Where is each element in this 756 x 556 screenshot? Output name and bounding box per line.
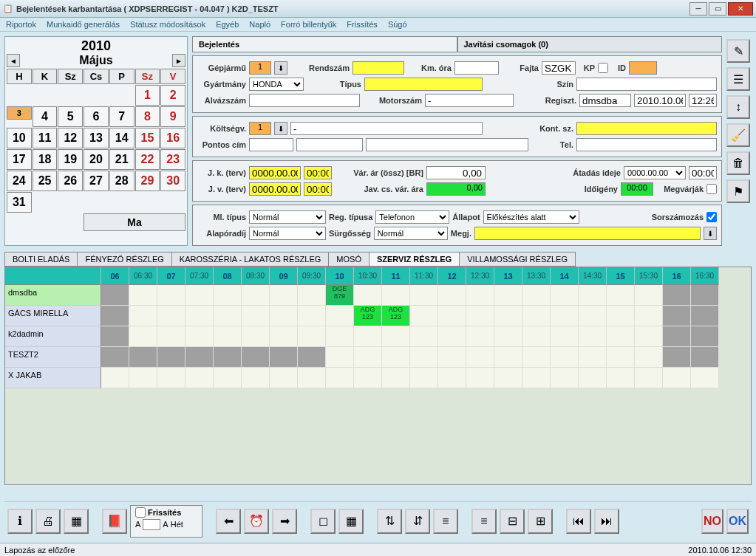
sched-cell[interactable] bbox=[101, 306, 129, 326]
sched-cell[interactable] bbox=[522, 285, 551, 306]
close-button[interactable]: ✕ bbox=[728, 2, 753, 16]
tab-csomagok[interactable]: Javítási csomagok (0) bbox=[457, 36, 723, 52]
flag-icon[interactable]: ⚑ bbox=[726, 179, 750, 203]
dept-tab[interactable]: SZERVIZ RÉSZLEG bbox=[369, 252, 460, 267]
fld-pontoscim-2[interactable] bbox=[296, 138, 363, 151]
sched-cell[interactable] bbox=[410, 326, 438, 347]
sched-cell[interactable] bbox=[354, 326, 382, 347]
fld-jk-date[interactable] bbox=[249, 166, 301, 179]
cal-day[interactable]: 25 bbox=[33, 171, 58, 191]
sched-cell[interactable] bbox=[522, 347, 551, 368]
last-icon[interactable]: ⏭ bbox=[594, 509, 619, 534]
sched-cell[interactable] bbox=[101, 368, 129, 388]
sched-cell[interactable] bbox=[635, 285, 663, 306]
fld-szin[interactable] bbox=[576, 78, 717, 91]
fld-jk-time[interactable] bbox=[304, 166, 332, 179]
sched-cell[interactable] bbox=[382, 368, 410, 388]
menu-egyeb[interactable]: Egyéb bbox=[216, 20, 239, 29]
sched-cell[interactable] bbox=[410, 368, 438, 388]
sched-cell[interactable] bbox=[551, 368, 579, 388]
sched-cell[interactable] bbox=[663, 368, 691, 388]
sel-allapot[interactable]: Előkészítés alatt bbox=[483, 210, 579, 224]
first-icon[interactable]: ⏮ bbox=[566, 509, 591, 534]
align2-icon[interactable]: ⊟ bbox=[500, 509, 525, 534]
fld-jv-time[interactable] bbox=[304, 182, 332, 196]
maximize-button[interactable]: ▭ bbox=[709, 2, 726, 16]
next-icon[interactable]: ➡ bbox=[272, 509, 297, 534]
sched-cell[interactable] bbox=[157, 368, 185, 388]
sched-cell[interactable] bbox=[522, 326, 551, 347]
sched-cell[interactable] bbox=[466, 326, 494, 347]
cal-day[interactable]: 16 bbox=[160, 128, 185, 148]
sched-cell[interactable] bbox=[326, 347, 354, 368]
sched-cell[interactable] bbox=[129, 347, 157, 368]
sched-cell[interactable] bbox=[663, 306, 691, 326]
fld-gepjarmu[interactable]: 1 bbox=[249, 61, 271, 75]
sched-cell[interactable] bbox=[298, 347, 326, 368]
dept-tab[interactable]: VILLAMOSSÁGI RÉSZLEG bbox=[459, 252, 576, 267]
sched-cell[interactable] bbox=[242, 326, 270, 347]
sched-cell[interactable] bbox=[129, 326, 157, 347]
cal-day[interactable]: 10 bbox=[7, 128, 32, 148]
edit-icon[interactable]: ✎ bbox=[726, 39, 750, 63]
list-icon[interactable]: ☰ bbox=[726, 67, 750, 91]
sched-cell[interactable] bbox=[691, 306, 719, 326]
fld-koltsegv-txt[interactable] bbox=[290, 122, 483, 135]
sched-cell[interactable] bbox=[354, 285, 382, 306]
cal-day[interactable]: 4 bbox=[33, 106, 58, 127]
sched-cell[interactable] bbox=[551, 285, 579, 306]
sched-cell[interactable] bbox=[242, 285, 270, 306]
clock-icon[interactable]: ⏰ bbox=[244, 509, 269, 534]
cal-day[interactable]: 5 bbox=[58, 106, 83, 127]
cal-day[interactable]: 20 bbox=[84, 149, 109, 170]
sched-cell[interactable] bbox=[101, 285, 129, 306]
move-icon[interactable]: ↕ bbox=[726, 95, 750, 119]
fld-tipus[interactable] bbox=[364, 78, 483, 91]
sched-cell[interactable] bbox=[410, 347, 438, 368]
cal-day[interactable]: 3 bbox=[7, 106, 32, 120]
sched-cell[interactable] bbox=[551, 326, 579, 347]
delete-icon[interactable]: 🗑 bbox=[726, 151, 750, 175]
sched-cell[interactable] bbox=[438, 306, 466, 326]
sched-cell[interactable] bbox=[607, 368, 635, 388]
chk-megvarjak[interactable] bbox=[706, 184, 717, 194]
sched-cell[interactable] bbox=[663, 347, 691, 368]
sched-cell[interactable] bbox=[551, 306, 579, 326]
sort2-icon[interactable]: ⇵ bbox=[405, 509, 430, 534]
sched-cell[interactable] bbox=[214, 285, 242, 306]
sched-cell[interactable] bbox=[607, 326, 635, 347]
cal-day[interactable]: 24 bbox=[7, 171, 32, 191]
sched-cell[interactable] bbox=[494, 285, 522, 306]
fld-regiszt-time[interactable] bbox=[689, 94, 717, 107]
sched-cell[interactable] bbox=[410, 306, 438, 326]
sched-cell[interactable] bbox=[382, 326, 410, 347]
sched-cell[interactable] bbox=[494, 326, 522, 347]
sched-cell[interactable] bbox=[214, 368, 242, 388]
sched-cell[interactable] bbox=[438, 285, 466, 306]
sel-surgosseg[interactable]: Normál bbox=[374, 227, 448, 240]
gepjarmu-lookup-icon[interactable]: ⬇ bbox=[274, 61, 287, 75]
cal-day[interactable]: 31 bbox=[7, 192, 32, 213]
sched-cell[interactable] bbox=[326, 306, 354, 326]
fld-varar[interactable] bbox=[426, 166, 486, 179]
cal-day[interactable]: 1 bbox=[135, 85, 160, 106]
sched-cell[interactable] bbox=[438, 347, 466, 368]
sched-row-label[interactable]: TESZT2 bbox=[5, 347, 101, 368]
sched-cell[interactable] bbox=[579, 347, 607, 368]
sched-cell[interactable] bbox=[635, 326, 663, 347]
cal-day[interactable]: 14 bbox=[109, 128, 134, 148]
sched-cell[interactable] bbox=[185, 285, 214, 306]
sched-cell[interactable] bbox=[129, 285, 157, 306]
cal-day[interactable]: 15 bbox=[135, 128, 160, 148]
sched-cell[interactable] bbox=[382, 347, 410, 368]
sel-gyartmany[interactable]: HONDA bbox=[249, 78, 304, 91]
sched-cell[interactable] bbox=[663, 285, 691, 306]
sched-cell[interactable]: DGE879 bbox=[326, 285, 354, 306]
fld-kontsz[interactable] bbox=[576, 122, 717, 135]
sched-cell[interactable] bbox=[663, 326, 691, 347]
fld-kmora[interactable] bbox=[454, 61, 499, 75]
sched-cell[interactable] bbox=[242, 368, 270, 388]
sched-cell[interactable] bbox=[298, 306, 326, 326]
sched-cell[interactable] bbox=[129, 306, 157, 326]
fld-atadas-time[interactable] bbox=[689, 166, 717, 179]
